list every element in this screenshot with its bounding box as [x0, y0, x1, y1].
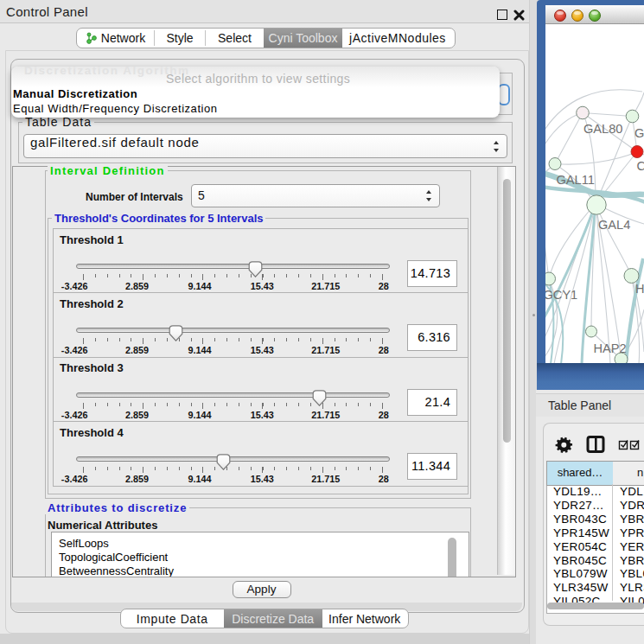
svg-text:GAL4: GAL4	[598, 218, 630, 232]
svg-text:C: C	[637, 159, 644, 173]
svg-text:GAL80: GAL80	[583, 122, 622, 136]
svg-text:HAP2: HAP2	[594, 341, 627, 355]
svg-text:GCY1: GCY1	[545, 288, 577, 302]
svg-text:GAL11: GAL11	[557, 173, 595, 187]
svg-text:G.: G.	[634, 126, 644, 140]
svg-text:H: H	[635, 282, 644, 296]
